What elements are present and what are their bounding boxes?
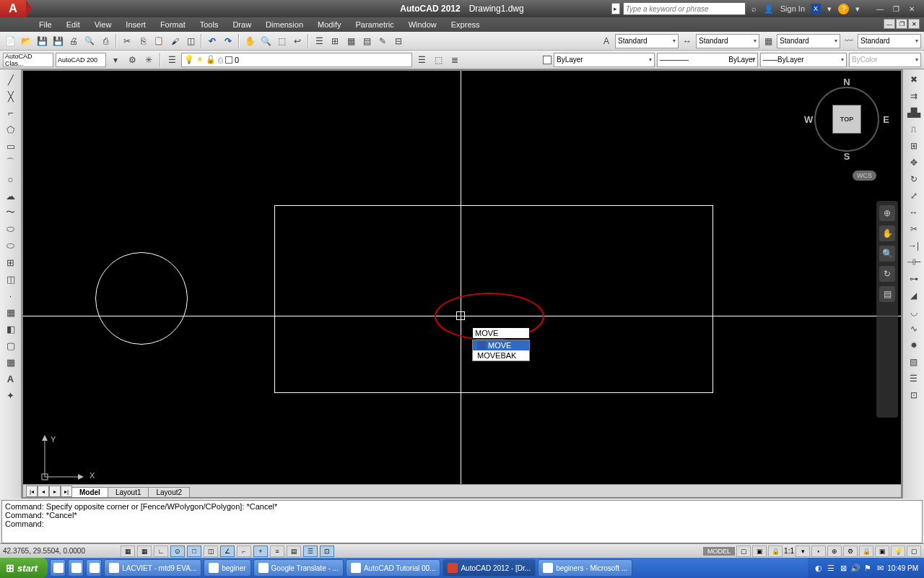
mlstyle-icon[interactable]: 〰 [842, 34, 856, 48]
3dosnap-toggle[interactable]: ◫ [204, 545, 218, 557]
show-icon[interactable]: ▤ [879, 286, 895, 302]
ql-icon[interactable] [86, 559, 102, 577]
task-item[interactable]: AutoCAD Tutorial 00... [346, 559, 441, 577]
plot-button[interactable] [66, 34, 81, 48]
start-button[interactable]: start [0, 558, 48, 578]
annoscale-icon[interactable]: 🔒 [768, 545, 783, 557]
task-item[interactable]: beginer [204, 559, 250, 577]
tray-icon[interactable]: 🔊 [850, 563, 860, 573]
draworder-tool[interactable]: ▧ [907, 355, 921, 369]
drawing-canvas[interactable]: MOVE MOVEBAK TOP N S E W WCS ⊕ ✋ 🔍 ↻ ▤ [22, 69, 902, 499]
offset-tool[interactable]: ⎍ [907, 122, 921, 137]
viewcube-north[interactable]: N [843, 77, 850, 87]
dimstyle-dropdown[interactable]: Standard [696, 34, 759, 48]
pan-icon[interactable]: ✋ [879, 225, 895, 241]
insert-tool[interactable]: ⊞ [3, 255, 19, 269]
gradient-tool[interactable]: ◧ [3, 322, 19, 336]
block-tool[interactable]: ◫ [3, 272, 19, 286]
blend-tool[interactable]: ∿ [907, 322, 921, 336]
search-go-icon[interactable]: ▸ [611, 3, 620, 14]
layer-prev-button[interactable]: ☰ [414, 53, 429, 67]
autocomplete-item[interactable]: MOVE [473, 340, 529, 350]
ssm-button[interactable]: ▤ [359, 34, 374, 48]
task-item[interactable]: beginers - Microsoft ... [538, 559, 632, 577]
annovis-toggle[interactable]: ⋆ [811, 545, 826, 557]
tray-icon[interactable]: ⊠ [838, 563, 848, 573]
tp-button[interactable]: ▦ [344, 34, 358, 48]
ducs-toggle[interactable]: ⌐ [237, 545, 251, 557]
menu-insert[interactable]: Insert [118, 20, 153, 29]
osnap-toggle[interactable]: □ [187, 545, 201, 557]
menu-window[interactable]: Window [401, 20, 444, 29]
circle-entity[interactable] [95, 252, 188, 345]
dimstyle-icon[interactable]: ↔ [680, 34, 694, 48]
hardware-button[interactable]: ▣ [875, 545, 889, 557]
tab-layout1[interactable]: Layout1 [108, 487, 149, 497]
layer-states-button[interactable]: ⬚ [431, 53, 445, 67]
binoculars-icon[interactable]: ⌕ [749, 3, 760, 14]
zoom-prev-button[interactable]: ↩ [290, 34, 305, 48]
autocomplete-list[interactable]: MOVE MOVEBAK [472, 340, 530, 361]
qcalc-button[interactable]: ⊟ [391, 34, 406, 48]
annoscale-dropdown[interactable]: ▾ [796, 545, 810, 557]
linetype-dropdown[interactable]: ————ByLayer [657, 53, 758, 67]
stretch-tool[interactable]: ↔ [907, 205, 921, 220]
region-tool[interactable]: ▢ [3, 338, 19, 353]
app-logo[interactable]: A [0, 0, 26, 17]
hatch-tool[interactable]: ▦ [3, 305, 19, 319]
paste-button[interactable] [152, 34, 166, 48]
sc-toggle[interactable]: ⊡ [320, 545, 334, 557]
lwt-toggle[interactable]: ≡ [270, 545, 284, 557]
pline-tool[interactable]: ⌐ [3, 105, 19, 120]
menu-tools[interactable]: Tools [193, 20, 226, 29]
layer-props-button[interactable]: ☰ [165, 53, 179, 67]
erase-tool[interactable]: ✖ [907, 72, 921, 87]
lineweight-dropdown[interactable]: —— ByLayer [760, 53, 847, 67]
mlstyle-dropdown[interactable]: Standard [858, 34, 921, 48]
open-button[interactable] [19, 34, 33, 48]
tpy-toggle[interactable]: ▤ [287, 545, 301, 557]
ws-switch-button[interactable]: ⚙ [843, 545, 858, 557]
viewcube-east[interactable]: E [883, 114, 889, 125]
cut-button[interactable] [120, 34, 134, 48]
tablestyle-icon[interactable]: ▦ [761, 34, 775, 48]
textstyle-dropdown[interactable]: Standard [615, 34, 679, 48]
polar-toggle[interactable]: ⊙ [170, 545, 185, 557]
viewcube[interactable]: TOP N S E W [807, 79, 886, 159]
wcs-label[interactable]: WCS [853, 171, 876, 181]
qview-layouts-button[interactable]: ▣ [752, 545, 767, 557]
workspace2-dropdown[interactable]: AutoCAD 200 [56, 53, 106, 67]
clock[interactable]: 10:49 PM [887, 564, 918, 572]
tab-model[interactable]: Model [71, 487, 108, 497]
menu-view[interactable]: View [87, 20, 119, 29]
tablestyle-dropdown[interactable]: Standard [777, 34, 840, 48]
arc-tool[interactable]: ⌒ [3, 155, 19, 170]
maximize-button[interactable]: ❐ [888, 3, 904, 14]
copy-tool[interactable]: ⇉ [907, 89, 921, 103]
matchprop-button[interactable] [167, 34, 182, 48]
dynamic-input[interactable] [472, 327, 530, 339]
fullnav-icon[interactable]: ⊕ [879, 205, 895, 221]
tab-prev-button[interactable]: ◂ [38, 486, 49, 497]
redo-button[interactable] [221, 34, 235, 48]
save-button[interactable] [35, 34, 49, 48]
explode-tool[interactable]: ✸ [907, 338, 921, 353]
move-tool[interactable]: ✥ [907, 155, 921, 170]
break-tool[interactable]: ⊣⊢ [907, 255, 921, 269]
isolate-button[interactable]: 💡 [891, 545, 905, 557]
cmd-prompt[interactable]: Command: [5, 519, 919, 528]
zoom-win-button[interactable]: ⬚ [274, 34, 289, 48]
ellipse-arc-tool[interactable]: ⬭ [3, 238, 19, 253]
zoom-rt-button[interactable]: 🔍 [258, 34, 273, 48]
minimize-button[interactable]: — [872, 3, 888, 14]
publish-button[interactable]: ⎙ [98, 34, 113, 48]
menu-edit[interactable]: Edit [59, 20, 87, 29]
otrack-toggle[interactable]: ∠ [220, 545, 235, 557]
plotstyle-dropdown[interactable]: ByColor [849, 53, 921, 67]
textstyle-icon[interactable]: A [599, 34, 614, 48]
task-item-active[interactable]: AutoCAD 2012 - [Dr... [443, 559, 536, 577]
coordinates[interactable]: 42.3765, 29.5504, 0.0000 [3, 547, 118, 555]
menu-express[interactable]: Express [444, 20, 487, 29]
ql-icon[interactable] [50, 559, 66, 577]
tab-last-button[interactable]: ▸| [61, 486, 72, 497]
